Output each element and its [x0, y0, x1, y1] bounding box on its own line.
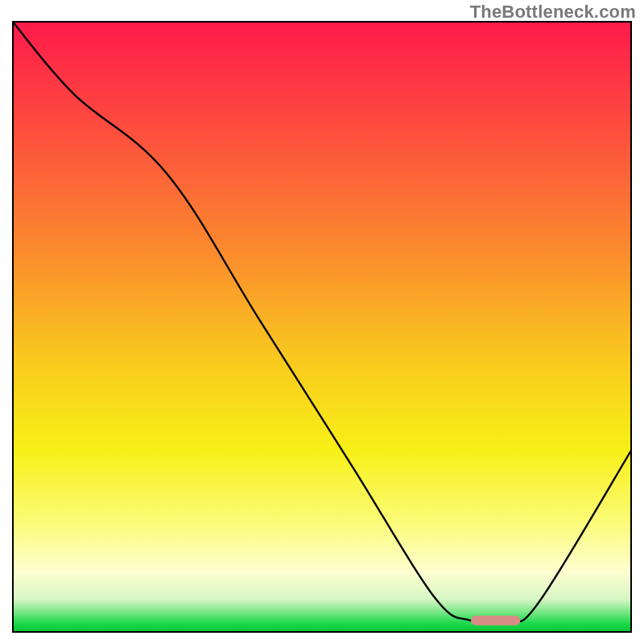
optimal-range-marker	[471, 616, 521, 625]
plot-frame	[12, 21, 632, 633]
chart-container: TheBottleneck.com	[0, 0, 644, 644]
watermark-label: TheBottleneck.com	[470, 2, 636, 23]
plot-background	[12, 21, 632, 633]
bottleneck-plot	[12, 21, 632, 633]
